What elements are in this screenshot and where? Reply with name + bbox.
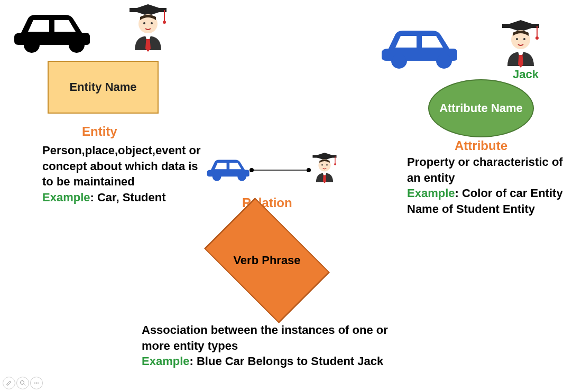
attribute-description: Property or characteristic of an entity … [407,154,571,217]
svg-point-12 [437,54,451,68]
jack-label: Jack [513,68,539,81]
svg-line-37 [24,384,25,386]
svg-point-25 [249,168,254,172]
more-button[interactable] [30,377,43,389]
pen-button[interactable] [3,377,15,389]
svg-point-18 [516,38,518,40]
svg-point-39 [36,382,37,384]
svg-point-1 [70,38,84,52]
svg-point-30 [334,163,336,165]
relation-diamond: Verb Phrase [209,221,325,300]
svg-point-40 [38,382,39,384]
svg-point-7 [143,22,145,24]
zoom-button[interactable] [16,377,29,389]
attribute-ellipse-label: Attribute Name [439,101,523,115]
relation-description: Association between the instances of one… [142,322,406,369]
svg-point-11 [392,54,406,68]
car-black-icon [8,5,98,55]
svg-point-32 [321,164,323,166]
svg-point-0 [25,38,39,52]
svg-point-23 [238,173,246,181]
svg-point-19 [523,38,525,40]
entity-name-box: Entity Name [48,61,159,114]
student-icon-relation [309,149,340,187]
relation-line [249,165,313,175]
car-blue-icon-relation [204,153,254,184]
entity-box-label: Entity Name [69,80,136,94]
svg-point-33 [326,164,328,166]
bottom-toolbar [3,377,43,389]
svg-point-8 [151,22,153,24]
svg-point-5 [163,21,166,24]
svg-marker-28 [313,153,336,160]
svg-marker-14 [503,20,538,32]
attribute-example-label: Example [407,186,455,200]
student-icon-attribute [497,16,544,71]
entity-title: Entity [82,124,117,139]
relation-diamond-label: Verb Phrase [233,254,300,267]
car-blue-icon-attribute [375,21,465,71]
entity-example-label: Example [42,191,90,204]
svg-point-22 [213,173,221,181]
entity-description: Person,place,object,event or concept abo… [42,143,206,206]
attribute-name-ellipse: Attribute Name [428,79,534,137]
relation-example-label: Example [142,354,190,368]
student-icon-entity [124,0,172,55]
svg-point-16 [535,36,539,40]
attribute-title: Attribute [455,138,507,153]
svg-point-38 [34,382,35,384]
svg-point-36 [21,381,24,385]
svg-marker-3 [131,4,165,16]
